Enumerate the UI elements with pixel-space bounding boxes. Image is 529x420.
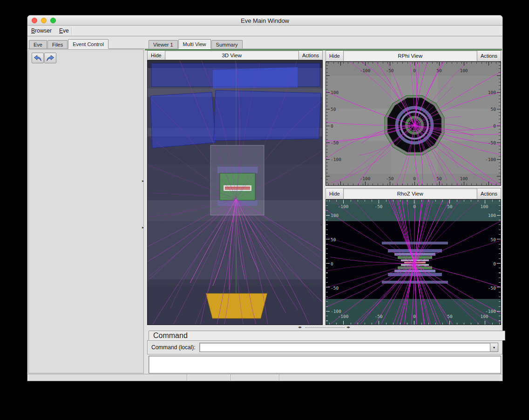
rhoz-view-actions-button[interactable]: Actions — [477, 189, 501, 199]
tab-event-control[interactable]: Event Control — [68, 39, 109, 49]
3d-view-actions-button[interactable]: Actions — [298, 51, 322, 60]
splitter-line — [305, 327, 345, 328]
main-tabbar: Viewer 1 Multi View Summary — [145, 39, 502, 49]
splitter-handle[interactable]: ◂▸ — [298, 325, 302, 329]
desktop: Eve Main Window Browser Eve Eve Files Ev… — [0, 0, 529, 420]
rhoz-scene — [326, 200, 501, 325]
command-label: Command (local): — [151, 344, 196, 351]
next-event-button[interactable] — [44, 53, 56, 63]
rhoz-view-header: Hide RhoZ View Actions — [326, 188, 501, 199]
status-segment — [187, 374, 231, 380]
status-segment — [28, 374, 187, 380]
browser-left-panel: Eve Files Event Control — [28, 37, 144, 374]
3d-view-header: Hide 3D View Actions — [147, 50, 323, 60]
rphi-view-hide-button[interactable]: Hide — [326, 51, 344, 61]
command-group: Command (local): ▼ — [147, 340, 502, 354]
tab-viewer-1[interactable]: Viewer 1 — [149, 40, 178, 48]
command-output[interactable] — [149, 356, 501, 373]
status-segment — [279, 374, 502, 380]
rhoz-viewport[interactable]: -100 -50 0 50 100 -100 -50 0 50 100 100 … — [326, 199, 501, 325]
combobox-dropdown-button[interactable]: ▼ — [490, 343, 498, 352]
back-arrow-icon — [33, 54, 42, 62]
rphi-view-title[interactable]: RPhi View — [344, 51, 477, 61]
viewer-area: Viewer 1 Multi View Summary Hide 3D View… — [145, 37, 502, 374]
calorimeter-geometry — [206, 293, 267, 318]
left-tabbar: Eve Files Event Control — [28, 39, 144, 49]
splitter-handle[interactable]: ▸ — [142, 179, 144, 183]
menubar-divider — [71, 27, 72, 35]
event-control-panel — [28, 49, 144, 373]
forward-arrow-icon — [46, 54, 55, 62]
3d-scene — [148, 61, 323, 325]
tab-files[interactable]: Files — [47, 40, 68, 48]
previous-event-button[interactable] — [32, 53, 44, 63]
rphi-scene — [326, 62, 501, 186]
3d-view-title[interactable]: 3D View — [165, 51, 298, 60]
splitter-handle[interactable]: ▸ — [321, 176, 323, 180]
rphi-view-header: Hide RPhi View Actions — [326, 50, 501, 61]
rhoz-view-hide-button[interactable]: Hide — [326, 189, 344, 199]
command-combobox: ▼ — [199, 343, 498, 352]
chevron-down-icon: ▼ — [493, 346, 496, 349]
splitter-handle[interactable]: ▸ — [321, 223, 323, 227]
menu-eve[interactable]: Eve — [59, 27, 69, 34]
rhoz-view-title[interactable]: RhoZ View — [344, 189, 477, 199]
rphi-viewport[interactable]: -100 -50 0 50 100 -100 -50 0 50 100 100 … — [326, 61, 501, 186]
splitter-handle[interactable]: ◂▸ — [346, 325, 350, 329]
window-title: Eve Main Window — [27, 17, 502, 24]
tab-command[interactable]: Command — [149, 331, 505, 340]
horizontal-splitter[interactable]: ◂▸ ◂▸ — [147, 325, 502, 330]
3d-viewport[interactable] — [147, 60, 323, 325]
window-titlebar[interactable]: Eve Main Window — [27, 15, 502, 26]
splitter-handle[interactable]: ▸ — [142, 226, 144, 230]
rphi-view-actions-button[interactable]: Actions — [477, 51, 501, 61]
muon-chamber-geometry — [150, 63, 321, 148]
eve-main-window: Eve Main Window Browser Eve Eve Files Ev… — [27, 15, 503, 381]
status-segment — [231, 374, 279, 380]
tab-eve[interactable]: Eve — [29, 40, 47, 48]
menu-browser[interactable]: Browser — [31, 27, 52, 34]
command-input[interactable] — [200, 343, 490, 352]
tab-summary[interactable]: Summary — [211, 40, 243, 48]
3d-view-hide-button[interactable]: Hide — [148, 51, 165, 60]
status-bar — [28, 374, 502, 380]
tab-multi-view[interactable]: Multi View — [178, 39, 211, 49]
menubar: Browser Eve — [27, 26, 502, 36]
